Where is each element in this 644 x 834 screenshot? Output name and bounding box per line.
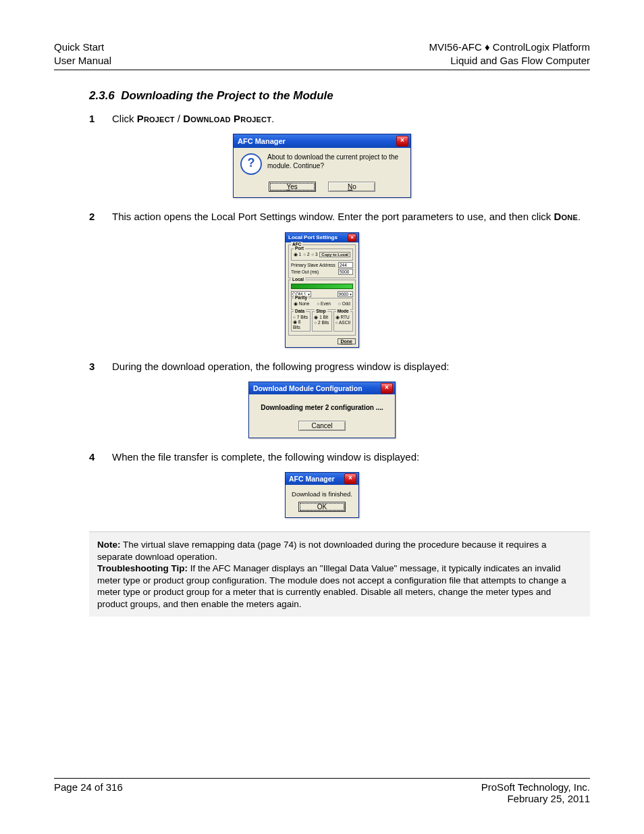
- step-1-mid: /: [175, 113, 184, 124]
- step-3-body: During the download operation, the follo…: [112, 360, 590, 373]
- afc-manager-confirm-dialog: AFC Manager × ? About to download the cu…: [233, 134, 411, 198]
- step-2: 2 This action opens the Local Port Setti…: [89, 210, 590, 224]
- dialog1-titlebar: AFC Manager ×: [234, 134, 410, 148]
- data-7bits[interactable]: 7 Bits: [293, 315, 308, 319]
- step-2-sc: Done: [554, 211, 578, 222]
- step-3: 3 During the download operation, the fol…: [89, 360, 590, 373]
- dialog2-close-button[interactable]: ×: [348, 234, 356, 242]
- footer-left: Page 24 of 316: [54, 781, 123, 804]
- footer-right: ProSoft Technology, Inc. February 25, 20…: [481, 781, 590, 804]
- figure-dialog1: AFC Manager × ? About to download the cu…: [54, 134, 590, 198]
- local-fieldset: Local COM 1 9600 Parity None Even Odd: [288, 280, 356, 336]
- note-box: Note: The virtual slave remapping data (…: [89, 531, 590, 617]
- local-port-settings-dialog: Local Port Settings × AFC Port 1 2 3 Cop…: [285, 232, 359, 348]
- data-fieldset: Data 7 Bits 8 Bits: [291, 311, 311, 332]
- question-icon: ?: [240, 153, 262, 175]
- timeout-label: Time Out (ms): [291, 269, 319, 274]
- port-radio-1[interactable]: 1: [294, 252, 301, 257]
- section-title: 2.3.6 Downloading the Project to the Mod…: [89, 89, 590, 103]
- note-label: Note:: [97, 540, 121, 550]
- step-2-num: 2: [89, 210, 112, 224]
- page-header: Quick Start User Manual MVI56-AFC ♦ Cont…: [54, 41, 590, 70]
- step-1-sc1: Project: [137, 113, 175, 124]
- download-progress-dialog: Download Module Configuration × Download…: [248, 382, 396, 438]
- port-radio-3[interactable]: 3: [311, 252, 317, 257]
- dialog4-titlebar: AFC Manager ×: [286, 473, 358, 485]
- step-2-text-b: .: [578, 211, 581, 222]
- local-legend: Local: [291, 277, 305, 282]
- parity-even[interactable]: Even: [317, 301, 331, 306]
- mode-rtu[interactable]: RTU: [336, 315, 350, 319]
- step-1: 1 Click Project / Download Project.: [89, 112, 590, 126]
- yes-rest: es: [290, 183, 298, 190]
- dialog4-message: Download is finished.: [290, 490, 354, 498]
- mode-fieldset: Mode RTU ASCII: [333, 311, 353, 332]
- cancel-button[interactable]: Cancel: [298, 421, 346, 431]
- step-4: 4 When the file transfer is complete, th…: [89, 450, 590, 464]
- dialog2-title: Local Port Settings: [288, 234, 338, 240]
- port-legend: Port: [294, 246, 305, 251]
- step-4-num: 4: [89, 450, 112, 464]
- header-right-line1: MVI56-AFC ♦ ControlLogix Platform: [429, 41, 590, 54]
- dialog3-titlebar: Download Module Configuration ×: [249, 382, 395, 394]
- parity-legend: Parity: [294, 295, 308, 300]
- step-1-sc2: Download Project: [183, 113, 271, 124]
- dialog4-title: AFC Manager: [289, 475, 335, 483]
- stop-1bit[interactable]: 1 Bit: [314, 315, 328, 319]
- section-heading: Downloading the Project to the Module: [121, 89, 333, 102]
- dialog3-message: Downloading meter 2 configuration ....: [256, 404, 388, 411]
- note-text: The virtual slave remapping data (page 7…: [97, 540, 546, 562]
- parity-none[interactable]: None: [294, 301, 309, 307]
- step-1-body: Click Project / Download Project.: [112, 112, 590, 126]
- footer-right-line1: ProSoft Technology, Inc.: [481, 781, 590, 793]
- ok-button[interactable]: OK: [298, 502, 346, 512]
- footer-right-line2: February 25, 2011: [481, 793, 590, 804]
- step-1-post: .: [271, 113, 274, 124]
- no-button[interactable]: No: [328, 182, 375, 192]
- download-finished-dialog: AFC Manager × Download is finished. OK: [285, 472, 359, 518]
- figure-dialog2: Local Port Settings × AFC Port 1 2 3 Cop…: [54, 232, 590, 348]
- section-number: 2.3.6: [89, 89, 115, 102]
- yes-button[interactable]: Yes: [269, 182, 316, 192]
- timeout-input[interactable]: 5000: [338, 269, 353, 275]
- port-radio-2[interactable]: 2: [303, 252, 309, 257]
- step-1-num: 1: [89, 112, 112, 126]
- step-4-body: When the file transfer is complete, the …: [112, 450, 590, 464]
- figure-dialog4: AFC Manager × Download is finished. OK: [54, 472, 590, 518]
- data-legend: Data: [294, 309, 306, 313]
- header-left-line2: User Manual: [54, 54, 111, 68]
- stop-fieldset: Stop 1 Bit 2 Bits: [312, 311, 331, 332]
- parity-odd[interactable]: Odd: [338, 301, 350, 306]
- port-fieldset: Port 1 2 3 Copy to Local: [291, 249, 353, 261]
- baud-value: 9600: [339, 292, 348, 296]
- no-rest: o: [352, 183, 356, 190]
- data-8bits[interactable]: 8 Bits: [293, 319, 300, 330]
- step-2-body: This action opens the Local Port Setting…: [112, 210, 590, 224]
- dialog3-close-button[interactable]: ×: [381, 383, 393, 394]
- header-left: Quick Start User Manual: [54, 41, 111, 67]
- stop-legend: Stop: [315, 309, 327, 313]
- copy-to-local-button[interactable]: Copy to Local: [319, 252, 350, 257]
- figure-dialog3: Download Module Configuration × Download…: [54, 382, 590, 438]
- dialog1-message: About to download the current project to…: [267, 153, 404, 170]
- done-button[interactable]: Done: [338, 338, 356, 344]
- step-2-text-a: This action opens the Local Port Setting…: [112, 211, 554, 222]
- primary-slave-label: Primary Slave Address: [291, 263, 336, 267]
- dialog2-titlebar: Local Port Settings ×: [286, 233, 358, 242]
- dialog3-title: Download Module Configuration: [253, 384, 363, 392]
- dialog4-close-button[interactable]: ×: [344, 473, 356, 484]
- mode-ascii[interactable]: ASCII: [336, 320, 350, 325]
- mode-legend: Mode: [336, 309, 350, 313]
- baud-select[interactable]: 9600: [338, 291, 353, 297]
- dialog1-title: AFC Manager: [238, 137, 286, 145]
- header-left-line1: Quick Start: [54, 41, 111, 54]
- stop-2bits[interactable]: 2 Bits: [314, 320, 329, 325]
- local-bar: [291, 284, 353, 289]
- primary-slave-input[interactable]: 244: [338, 262, 353, 268]
- tip-label: Troubleshooting Tip:: [97, 563, 188, 573]
- dialog1-close-button[interactable]: ×: [396, 136, 408, 147]
- header-right-line2: Liquid and Gas Flow Computer: [429, 54, 590, 68]
- page-footer: Page 24 of 316 ProSoft Technology, Inc. …: [54, 778, 590, 804]
- afc-fieldset: AFC Port 1 2 3 Copy to Local Primary Sla…: [288, 244, 356, 278]
- step-3-num: 3: [89, 360, 112, 373]
